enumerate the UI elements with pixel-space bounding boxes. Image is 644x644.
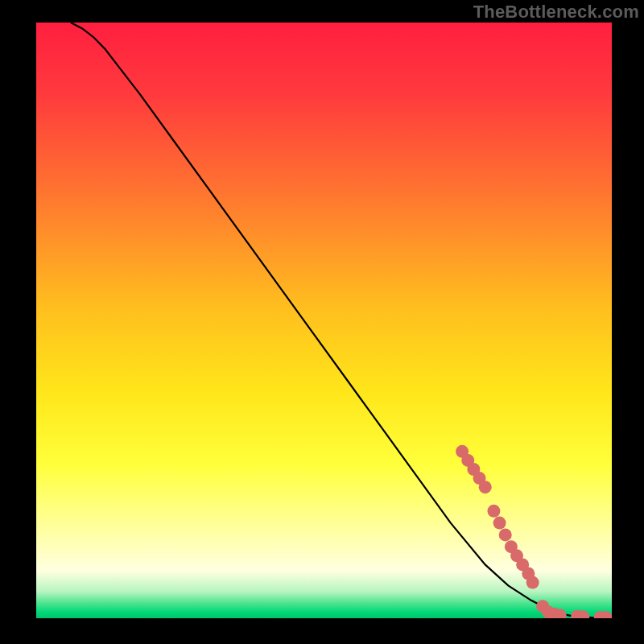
marker-point: [554, 609, 567, 621]
gradient-panel: [36, 23, 612, 618]
marker-point: [526, 576, 539, 589]
marker-point: [499, 528, 512, 541]
marker-point: [576, 610, 589, 623]
marker-point: [487, 505, 500, 518]
chart-stage: TheBottleneck.com: [0, 0, 644, 644]
marker-point: [600, 611, 613, 624]
marker-point: [479, 481, 492, 493]
marker-point: [493, 517, 506, 530]
chart-svg: [0, 0, 644, 644]
